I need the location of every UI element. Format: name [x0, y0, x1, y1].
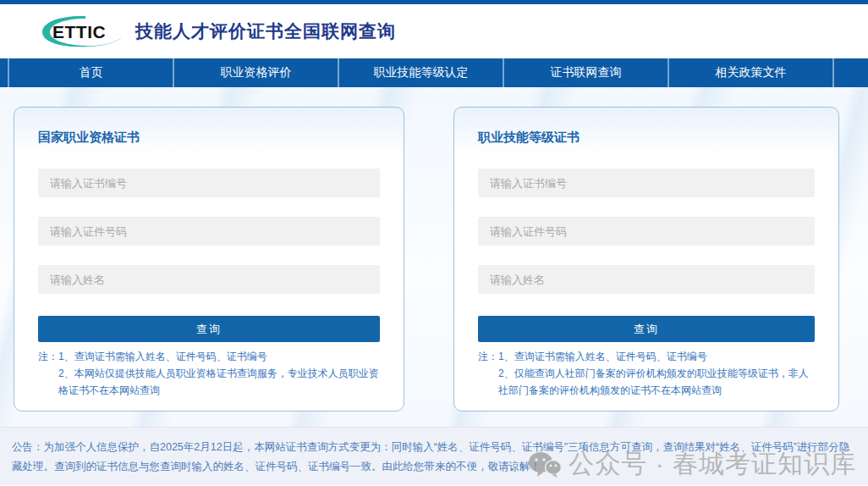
nav-item-skill-level-certification[interactable]: 职业技能等级认定: [339, 58, 504, 87]
skill-query-button[interactable]: 查询: [478, 316, 815, 342]
national-name-input[interactable]: [38, 265, 380, 294]
national-card-notes: 注： 1、查询证书需输入姓名、证件号码、证书编号 2、本网站仅提供技能人员职业资…: [38, 349, 380, 399]
skill-cert-number-input[interactable]: [478, 168, 815, 197]
nav-item-home[interactable]: 首页: [9, 58, 174, 87]
card-title: 职业技能等级证书: [478, 130, 815, 146]
national-query-button[interactable]: 查询: [38, 316, 380, 342]
nav-item-policy-documents[interactable]: 相关政策文件: [669, 58, 834, 87]
main-nav: 首页 职业资格评价 职业技能等级认定 证书联网查询 相关政策文件: [0, 58, 868, 87]
national-qualification-cert-card: 国家职业资格证书 查询 注： 1、查询证书需输入姓名、证件号码、证书编号 2、本…: [14, 107, 404, 411]
nav-item-certificate-query[interactable]: 证书联网查询: [504, 58, 669, 87]
nav-leading-spacer: [0, 58, 9, 87]
site-logo[interactable]: ETTIC: [39, 14, 127, 49]
skill-level-cert-card: 职业技能等级证书 查询 注： 1、查询证书需输入姓名、证件号码、证书编号 2、仅…: [453, 107, 839, 411]
skill-id-number-input[interactable]: [478, 217, 815, 246]
announcement-text: 公告：为加强个人信息保护，自2025年2月12日起，本网站证书查询方式变更为：同…: [12, 438, 856, 477]
note-prefix: 注：: [478, 349, 498, 399]
logo-swoosh-icon: ETTIC: [39, 14, 127, 49]
nav-item-vocational-qualification[interactable]: 职业资格评价: [174, 58, 339, 87]
main-content: 国家职业资格证书 查询 注： 1、查询证书需输入姓名、证件号码、证书编号 2、本…: [0, 87, 868, 427]
note-line: 1、查询证书需输入姓名、证件号码、证书编号: [498, 349, 815, 366]
skill-card-notes: 注： 1、查询证书需输入姓名、证件号码、证书编号 2、仅能查询人社部门备案的评价…: [478, 349, 815, 399]
note-prefix: 注：: [38, 349, 58, 399]
header: ETTIC 技能人才评价证书全国联网查询: [0, 4, 868, 58]
national-cert-number-input[interactable]: [38, 168, 380, 197]
national-id-number-input[interactable]: [38, 217, 380, 246]
note-line: 1、查询证书需输入姓名、证件号码、证书编号: [58, 349, 380, 366]
note-line: 2、本网站仅提供技能人员职业资格证书查询服务，专业技术人员职业资格证书不在本网站…: [58, 366, 380, 400]
note-line: 2、仅能查询人社部门备案的评价机构颁发的职业技能等级证书，非人社部门备案的评价机…: [498, 366, 815, 400]
skill-name-input[interactable]: [478, 265, 815, 294]
logo-text: ETTIC: [52, 22, 106, 41]
page-title: 技能人才评价证书全国联网查询: [135, 19, 396, 43]
nav-trailing-spacer: [834, 58, 868, 87]
footer: 公告：为加强个人信息保护，自2025年2月12日起，本网站证书查询方式变更为：同…: [0, 427, 868, 485]
card-title: 国家职业资格证书: [38, 130, 380, 146]
